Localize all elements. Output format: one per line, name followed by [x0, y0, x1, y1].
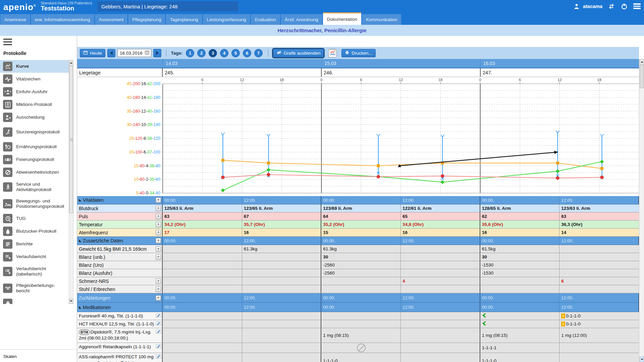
days-count-button-1[interactable]: 1 — [186, 49, 194, 57]
value-cell[interactable] — [401, 245, 480, 253]
sidebar-scroll-up[interactable] — [69, 60, 73, 65]
value-cell[interactable]: 62 — [480, 213, 560, 220]
value-cell[interactable] — [242, 285, 322, 293]
sidebar-scrollbar[interactable] — [69, 60, 73, 304]
value-cell[interactable]: i0-1-1-0 — [559, 312, 639, 320]
value-cell[interactable]: 123/63 li. Arm — [559, 204, 639, 212]
hide-graph-button[interactable]: Grafik ausblenden — [273, 49, 324, 57]
value-cell[interactable] — [242, 269, 322, 277]
sidebar-item-miktions-protokoll[interactable]: Miktions-Protokoll — [0, 98, 69, 111]
sidebar-item-verlaufsbericht-tabellarisch-[interactable]: Verlaufsbericht (tabellarisch) — [0, 263, 69, 280]
logout-power-icon[interactable] — [621, 3, 628, 10]
sidebar-item-ernährungsprotokoll[interactable]: Ernährungsprotokoll — [0, 140, 69, 153]
sidebar-item-pflegeüberleitungs-bericht[interactable]: Pflegeüberleitungs-bericht — [0, 280, 69, 297]
value-cell[interactable] — [242, 253, 322, 261]
sidebar-item-fixierungsprotokoll[interactable]: Fixierungsprotokoll — [0, 153, 69, 166]
sidebar-item-berichte[interactable]: Berichte — [0, 238, 69, 250]
previous-day-button[interactable] — [107, 49, 115, 57]
value-cell[interactable] — [242, 261, 322, 269]
value-cell[interactable] — [242, 320, 322, 328]
collapse-icon[interactable] — [79, 239, 82, 242]
value-cell[interactable]: 14 — [559, 229, 639, 236]
value-cell[interactable] — [242, 343, 322, 353]
value-cell[interactable] — [163, 269, 242, 277]
chart-settings-button[interactable] — [328, 49, 337, 57]
value-cell[interactable]: 1-1-1-0 — [321, 353, 401, 362]
edit-medication-icon[interactable] — [156, 329, 161, 336]
patient-info[interactable]: Gebbers, Martina | Liegetage: 248 — [97, 1, 238, 11]
value-cell[interactable]: 122/61 li. Arm — [401, 204, 480, 212]
value-cell[interactable]: 17 — [163, 229, 242, 236]
add-entry-button[interactable]: + — [156, 206, 161, 211]
tab-kommunikation[interactable]: Kommunikation — [362, 14, 401, 25]
sidebar-scroll-down[interactable] — [69, 299, 73, 304]
value-cell[interactable] — [321, 343, 401, 353]
value-cell[interactable] — [559, 253, 639, 261]
days-count-button-2[interactable]: 2 — [197, 49, 206, 57]
value-cell[interactable]: 65 — [401, 213, 480, 220]
value-cell[interactable]: 128/65 li. Arm — [480, 204, 560, 212]
sidebar-scroll-thumb[interactable] — [69, 66, 73, 213]
days-count-button-4[interactable]: 4 — [220, 49, 228, 57]
value-cell[interactable]: -2560 — [321, 261, 401, 269]
edit-medication-icon[interactable] — [156, 321, 161, 327]
value-cell[interactable]: 35,7 (Ohr) — [242, 221, 322, 228]
value-cell[interactable] — [559, 285, 639, 293]
sidebar-item-tug[interactable]: TUG — [0, 212, 69, 225]
value-cell[interactable] — [163, 285, 242, 293]
sidebar-collapse-icon[interactable] — [3, 39, 12, 45]
value-cell[interactable] — [401, 261, 480, 269]
value-cell[interactable]: 125/63 li. Arm — [163, 204, 242, 212]
sidebar-item-blutzucker-protokoll[interactable]: Blutzucker-Protokoll — [0, 225, 69, 238]
add-entry-button[interactable]: + — [156, 295, 161, 301]
value-cell[interactable] — [242, 277, 322, 285]
value-cell[interactable] — [480, 277, 560, 285]
value-cell[interactable] — [401, 253, 480, 261]
value-cell[interactable]: 35,6 (Ohr) — [480, 221, 560, 228]
value-cell[interactable]: 30 — [321, 253, 401, 261]
value-cell[interactable] — [163, 320, 242, 328]
value-cell[interactable] — [559, 269, 639, 277]
tab-pflegeplanung[interactable]: Pflegeplanung — [128, 14, 165, 25]
value-cell[interactable]: 30 — [480, 253, 560, 261]
value-cell[interactable]: 6 — [559, 277, 639, 285]
next-day-button[interactable] — [153, 49, 161, 57]
value-cell[interactable] — [163, 277, 242, 285]
value-cell[interactable] — [242, 328, 322, 343]
tab-tagesplanung[interactable]: Tagesplanung — [166, 14, 202, 25]
value-cell[interactable] — [321, 285, 401, 293]
value-cell[interactable]: 16 — [480, 229, 560, 236]
sidebar-item-bewegungs-und-positionierungsprotokoll[interactable]: Bewegungs- und Positionierungsprotokoll — [0, 195, 69, 212]
skalen-label[interactable]: Skalen — [3, 354, 77, 359]
value-cell[interactable]: 1-1-1-0 — [480, 353, 560, 362]
value-cell[interactable] — [401, 285, 480, 293]
value-cell[interactable] — [242, 353, 322, 362]
add-entry-button[interactable]: + — [156, 214, 161, 219]
value-cell[interactable]: 4 — [401, 277, 480, 285]
value-cell[interactable]: 61.3kg — [242, 245, 322, 253]
value-cell[interactable]: i0-1-1-0 — [559, 320, 639, 328]
collapse-icon[interactable] — [79, 306, 82, 309]
value-cell[interactable]: -1530 — [480, 261, 560, 269]
tab-leistungserfassung[interactable]: Leistungserfassung — [203, 14, 250, 25]
days-count-button-6[interactable]: 6 — [243, 49, 251, 57]
add-entry-button[interactable]: + — [156, 254, 161, 260]
value-cell[interactable]: 1 mg (08:15) — [480, 328, 560, 343]
value-cell[interactable] — [401, 320, 480, 328]
sidebar-item-ausscheidung[interactable]: Ausscheidung — [0, 111, 69, 124]
value-cell[interactable]: 61.5kg — [480, 245, 560, 253]
value-cell[interactable] — [321, 277, 401, 285]
value-cell[interactable] — [401, 343, 480, 353]
main-menu-icon[interactable] — [633, 3, 641, 10]
value-cell[interactable] — [163, 245, 242, 253]
value-cell[interactable] — [559, 245, 639, 253]
edit-medication-icon[interactable] — [156, 354, 161, 360]
sidebar-item-vitalzeichen[interactable]: Vitalzeichen — [0, 73, 69, 85]
tab-assessment[interactable]: Assessment — [95, 14, 128, 25]
value-cell[interactable]: 15 — [321, 229, 401, 236]
add-entry-button[interactable]: + — [156, 222, 161, 227]
add-entry-button[interactable]: + — [156, 230, 161, 235]
value-cell[interactable] — [242, 312, 322, 320]
tab-ärztl-anordnung[interactable]: Ärztl. Anordnung — [281, 14, 322, 25]
main-scroll-up[interactable] — [640, 59, 644, 64]
